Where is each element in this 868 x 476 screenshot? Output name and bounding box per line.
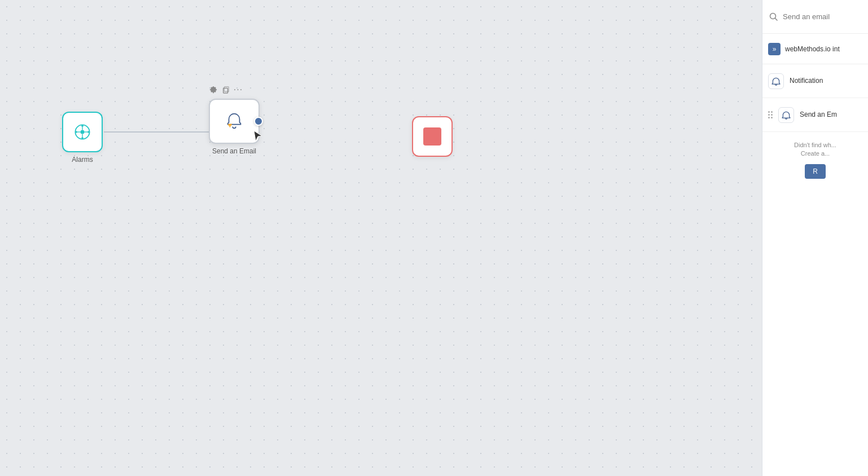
not-found-section: Didn't find wh...Create a... R [762,132,868,183]
section-chevron: » [768,43,781,55]
node-alarms[interactable]: Alarms [62,112,103,164]
section-header[interactable]: » webMethods.io int [762,34,868,64]
send-email-node-label: Send an Email [212,147,256,155]
send-email-node-box[interactable]: ! [209,99,260,144]
svg-point-1 [80,130,84,134]
svg-line-17 [775,18,778,20]
not-found-text: Didn't find wh...Create a... [769,141,861,158]
node-stop[interactable] [412,116,453,157]
alarms-node-box[interactable] [62,112,103,152]
right-panel: Send an email » webMethods.io int Notifi… [762,0,868,476]
connector-line [104,113,217,151]
stop-inner-square [423,127,441,146]
alarms-icon [72,122,93,142]
notification-result-item[interactable]: Notification [762,64,868,98]
svg-point-2 [81,125,84,127]
node-toolbar: ··· [209,85,243,94]
send-an-em-result-item[interactable]: Send an Em [762,98,868,132]
search-icon [769,12,778,21]
send-an-em-result-icon [778,107,794,123]
search-input[interactable]: Send an email [783,12,861,21]
copy-icon[interactable] [221,85,230,94]
svg-point-4 [75,131,77,133]
send-an-em-result-label: Send an Em [800,111,837,120]
connection-dot[interactable] [254,117,263,126]
bell-icon: ! [223,111,245,132]
node-send-email[interactable]: ··· ! Send an Email [209,99,260,155]
bell-icon-container: ! [223,111,245,132]
alarms-node-label: Alarms [72,156,93,164]
settings-icon[interactable] [209,85,218,94]
section-title: webMethods.io int [785,45,840,53]
request-button[interactable]: R [805,164,826,179]
workflow-canvas[interactable]: Alarms ··· [0,0,762,476]
notification-result-label: Notification [790,77,823,86]
svg-point-5 [87,131,90,133]
notification-result-icon [768,73,784,89]
svg-point-3 [81,137,84,139]
search-bar: Send an email [762,0,868,34]
more-icon[interactable]: ··· [234,85,243,94]
drag-handle [768,111,773,118]
